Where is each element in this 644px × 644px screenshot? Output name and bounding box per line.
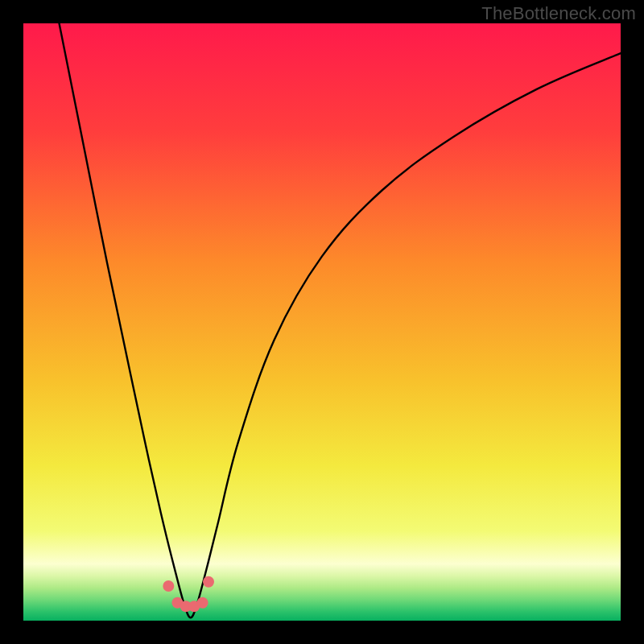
- gradient-background: [23, 23, 621, 621]
- chart-stage: TheBottleneck.com: [0, 0, 644, 644]
- plot-area: [23, 23, 621, 621]
- chart-svg: [23, 23, 621, 621]
- marker-dot: [197, 597, 208, 609]
- marker-dot: [163, 580, 174, 592]
- watermark-text: TheBottleneck.com: [481, 3, 636, 24]
- marker-dot: [203, 576, 214, 588]
